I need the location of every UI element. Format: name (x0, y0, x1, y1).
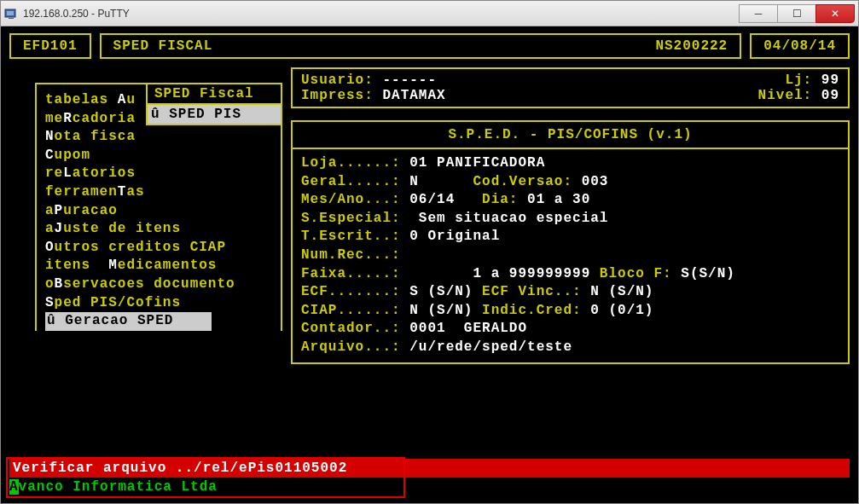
user-info-box: Usuario: ------ Lj: 99 Impress: DATAMAX … (291, 67, 850, 108)
menu-area: tabelas AumeRcadoriaNota fiscaCupomreLat… (9, 67, 282, 364)
header-station: NS200222 (655, 38, 728, 54)
panel-title: S.P.E.D. - PIS/COFINS (v.1) (293, 122, 848, 149)
maximize-button[interactable]: ☐ (777, 4, 816, 23)
header-code: EFD101 (9, 33, 91, 59)
impress-label: Impress: (301, 88, 382, 103)
window-buttons: ─ ☐ ✕ (740, 4, 855, 23)
menu-item[interactable]: aPuracao (45, 202, 281, 221)
nivel-value: 09 (821, 88, 839, 103)
header-row: EFD101 SPED FISCAL NS200222 04/08/14 (9, 33, 850, 59)
menu-item[interactable]: Sped PIS/Cofins (45, 294, 281, 313)
menu-item[interactable]: aJuste de itens (45, 220, 281, 239)
titlebar[interactable]: 192.168.0.250 - PuTTY ─ ☐ ✕ (1, 1, 858, 26)
panel-line: Arquivo...: /u/rede/sped/teste (301, 339, 839, 357)
panel-line: Loja......: 01 PANIFICADORA (301, 154, 839, 173)
header-date: 04/08/14 (750, 33, 850, 59)
menu-item[interactable]: oBservacoes documento (45, 275, 281, 294)
mid-wrap: tabelas AumeRcadoriaNota fiscaCupomreLat… (9, 67, 850, 364)
usuario-label: Usuario: (301, 72, 382, 88)
menu-item[interactable]: reLatorios (45, 165, 281, 183)
menu-item[interactable]: Cupom (45, 147, 281, 165)
nivel-label: Nivel: (758, 88, 821, 103)
svg-rect-1 (7, 11, 14, 15)
usuario-value: ------ (382, 72, 437, 88)
minimize-button[interactable]: ─ (739, 4, 778, 23)
lj-label: Lj: (785, 72, 821, 88)
menu-item[interactable]: Outros creditos CIAP (45, 239, 281, 258)
panel-line: Faixa.....: 1 a 999999999 Bloco F: S(S/N… (301, 265, 839, 284)
impress-value: DATAMAX (382, 88, 445, 103)
close-button[interactable]: ✕ (815, 4, 855, 23)
panel-line: ECF.......: S (S/N) ECF Vinc..: N (S/N) (301, 283, 839, 302)
panel-line: S.Especial: Sem situacao especial (301, 210, 839, 229)
putty-window: 192.168.0.250 - PuTTY ─ ☐ ✕ EFD101 SPED … (0, 0, 859, 504)
panel-line: Mes/Ano...: 06/14 Dia: 01 a 30 (301, 191, 839, 210)
header-title: SPED FISCAL (113, 38, 656, 54)
panel-line: Num.Rec...: (301, 246, 839, 265)
putty-icon (4, 7, 18, 20)
menu-item[interactable]: ferramenTas (45, 183, 281, 202)
panel-line: T.Escrit..: 0 Original (301, 228, 839, 246)
menu-item[interactable]: Nota fisca (45, 128, 281, 147)
panel-line: CIAP......: N (S/N) Indic.Cred: 0 (0/1) (301, 302, 839, 321)
sped-panel: S.P.E.D. - PIS/COFINS (v.1) Loja......: … (291, 120, 850, 364)
submenu-item-selected[interactable]: û SPED PIS (148, 105, 281, 124)
submenu: SPED Fiscal û SPED PIS (146, 83, 282, 125)
footer-line: Avanco Informatica Ltda (9, 479, 218, 495)
status-bar: Verificar arquivo ../rel/ePis01105002 (9, 459, 850, 478)
submenu-head[interactable]: SPED Fiscal (148, 84, 281, 105)
panel-line: Contador..: 0001 GERALDO (301, 320, 839, 339)
menu-item-selected[interactable]: û Geracao SPED (45, 312, 212, 331)
panel-line: Geral.....: N Cod.Versao: 003 (301, 173, 839, 192)
right-column: Usuario: ------ Lj: 99 Impress: DATAMAX … (291, 67, 850, 364)
menu-item[interactable]: itens Medicamentos (45, 257, 281, 275)
lj-value: 99 (821, 72, 839, 88)
header-title-box: SPED FISCAL NS200222 (100, 33, 742, 59)
window-title: 192.168.0.250 - PuTTY (23, 8, 740, 20)
svg-rect-2 (9, 18, 14, 19)
terminal[interactable]: EFD101 SPED FISCAL NS200222 04/08/14 tab… (1, 26, 858, 503)
